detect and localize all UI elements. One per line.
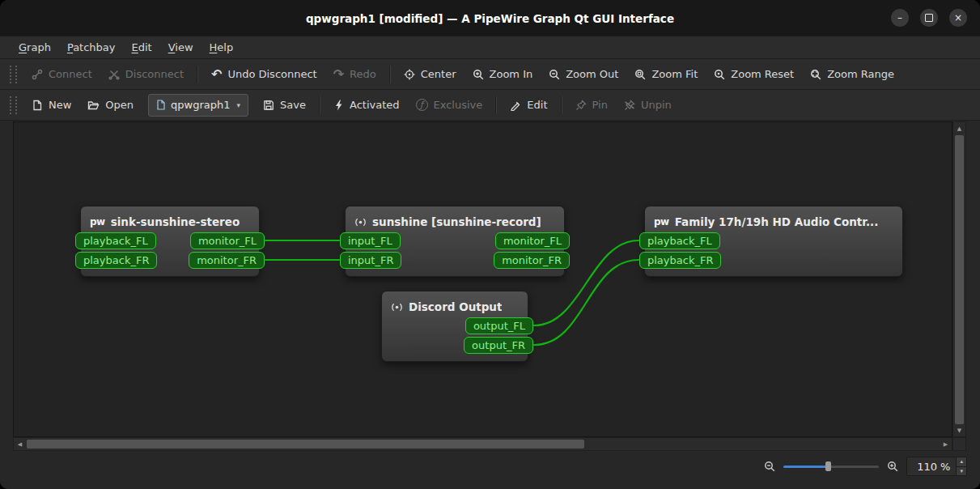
audio-app-icon	[354, 216, 367, 228]
edit-button[interactable]: Edit	[502, 93, 555, 117]
horizontal-scrollbar-thumb[interactable]	[27, 440, 584, 449]
exclusive-icon: ƒ	[416, 99, 428, 111]
toolbar-drag-handle[interactable]	[10, 96, 17, 114]
unpin-button[interactable]: Unpin	[616, 93, 680, 117]
exclusive-button[interactable]: ƒ Exclusive	[408, 93, 491, 117]
titlebar[interactable]: qpwgraph1 [modified] — A PipeWire Graph …	[0, 0, 980, 36]
scroll-up-arrow[interactable]: ▲	[953, 122, 965, 134]
scrollbar-corner	[952, 437, 966, 451]
unpin-icon	[624, 100, 635, 111]
audio-app-icon	[391, 301, 403, 313]
disconnect-button[interactable]: Disconnect	[100, 62, 192, 87]
redo-button[interactable]: ↷ Redo	[325, 62, 384, 87]
port-playback-fl[interactable]: playback_FL	[639, 232, 720, 249]
port-monitor-fr[interactable]: monitor_FR	[189, 252, 265, 269]
zoom-range-button[interactable]: Zoom Range	[802, 62, 902, 87]
window-title: qpwgraph1 [modified] — A PipeWire Graph …	[306, 12, 674, 25]
port-monitor-fl[interactable]: monitor_FL	[495, 232, 570, 249]
patchbay-toolbar: New Open qpwgraph1 ▾ Save Activated ƒ Ex…	[0, 90, 980, 121]
scroll-down-arrow[interactable]: ▼	[953, 424, 965, 436]
node-header: sunshine [sunshine-record]	[346, 211, 564, 232]
close-button[interactable]: ×	[949, 9, 967, 27]
connect-button[interactable]: Connect	[23, 62, 100, 87]
patchbay-file-icon	[156, 100, 166, 110]
zoom-slider-fill	[783, 466, 827, 468]
toolbar-drag-handle[interactable]	[10, 66, 17, 83]
center-button[interactable]: Center	[396, 62, 465, 87]
patchbay-combo[interactable]: qpwgraph1 ▾	[148, 94, 248, 117]
pipewire-icon: pw	[654, 216, 669, 227]
port-output-fr[interactable]: output_FR	[464, 337, 533, 354]
disconnect-icon	[108, 69, 120, 80]
graph-toolbar: Connect Disconnect ↶ Undo Disconnect ↷ R…	[0, 59, 980, 90]
port-input-fl[interactable]: input_FL	[340, 232, 401, 249]
scroll-right-arrow[interactable]: ▶	[940, 438, 952, 450]
node-title: sink-sunshine-stereo	[111, 215, 240, 228]
zoom-slider-handle[interactable]	[825, 461, 831, 471]
node-header: pw Family 17h/19h HD Audio Contr...	[645, 211, 902, 232]
connection-wires	[14, 122, 952, 437]
port-monitor-fl[interactable]: monitor_FL	[190, 232, 265, 249]
spin-up-button[interactable]: ▴	[957, 457, 966, 467]
node-sink-sunshine-stereo[interactable]: pw sink-sunshine-stereo playback_FL play…	[80, 206, 260, 277]
window-controls: – ×	[891, 9, 967, 27]
graph-canvas[interactable]: pw sink-sunshine-stereo playback_FL play…	[13, 121, 952, 437]
zoom-out-button[interactable]: Zoom Out	[541, 62, 626, 87]
new-file-icon	[32, 100, 43, 111]
maximize-button[interactable]	[920, 9, 938, 27]
zoom-spinbox[interactable]: 110 % ▴ ▾	[906, 457, 967, 476]
activated-button[interactable]: Activated	[325, 93, 408, 117]
save-button[interactable]: Save	[255, 93, 314, 117]
vertical-scrollbar-thumb[interactable]	[955, 135, 964, 424]
zoom-slider[interactable]	[783, 460, 879, 473]
toolbar-separator	[495, 96, 497, 114]
pin-icon	[575, 100, 587, 111]
menu-patchbay[interactable]: Patchbay	[60, 39, 123, 56]
redo-icon: ↷	[333, 69, 344, 80]
node-discord-output[interactable]: Discord Output output_FL output_FR	[381, 291, 528, 362]
node-title: Discord Output	[409, 300, 502, 313]
zoom-value[interactable]: 110 %	[907, 457, 956, 475]
patchbay-combo-value: qpwgraph1	[171, 99, 230, 111]
pin-button[interactable]: Pin	[567, 93, 616, 117]
node-title: sunshine [sunshine-record]	[372, 215, 541, 228]
menu-help[interactable]: Help	[202, 39, 241, 56]
undo-disconnect-button[interactable]: ↶ Undo Disconnect	[203, 62, 325, 87]
port-playback-fl[interactable]: playback_FL	[75, 232, 156, 249]
connect-icon	[32, 69, 43, 80]
port-playback-fr[interactable]: playback_FR	[639, 252, 721, 269]
zoom-in-icon[interactable]	[887, 461, 898, 472]
vertical-scrollbar[interactable]: ▲ ▼	[952, 121, 966, 437]
menu-view[interactable]: View	[161, 39, 201, 56]
undo-icon: ↶	[211, 69, 222, 80]
minimize-button[interactable]: –	[891, 9, 909, 27]
menu-graph[interactable]: Graph	[11, 39, 58, 56]
spin-down-button[interactable]: ▾	[957, 467, 966, 476]
new-button[interactable]: New	[23, 93, 79, 117]
port-playback-fr[interactable]: playback_FR	[75, 252, 157, 269]
toolbar-separator	[561, 96, 562, 114]
maximize-icon	[925, 14, 933, 22]
port-input-fr[interactable]: input_FR	[340, 252, 401, 269]
port-output-fl[interactable]: output_FL	[465, 317, 533, 334]
toolbar-separator	[319, 96, 320, 114]
minimize-icon: –	[897, 13, 902, 23]
menubar: Graph Patchbay Edit View Help	[0, 36, 980, 59]
zoom-fit-icon	[634, 69, 646, 80]
node-sunshine-record[interactable]: sunshine [sunshine-record] input_FL inpu…	[345, 206, 565, 277]
node-family-hd-audio[interactable]: pw Family 17h/19h HD Audio Contr... play…	[644, 206, 903, 277]
scroll-left-arrow[interactable]: ◀	[14, 438, 26, 450]
zoom-fit-button[interactable]: Zoom Fit	[626, 62, 706, 87]
zoom-in-icon	[473, 69, 484, 80]
menu-edit[interactable]: Edit	[125, 39, 159, 56]
open-button[interactable]: Open	[79, 93, 142, 117]
zoom-reset-button[interactable]: Zoom Reset	[706, 62, 802, 87]
zoom-out-icon[interactable]	[764, 461, 775, 472]
horizontal-scrollbar[interactable]: ◀ ▶	[13, 437, 952, 451]
toolbar-separator	[389, 66, 391, 83]
edit-icon	[510, 100, 521, 111]
chevron-down-icon: ▾	[237, 101, 241, 109]
app-window: qpwgraph1 [modified] — A PipeWire Graph …	[0, 0, 980, 489]
zoom-in-button[interactable]: Zoom In	[465, 62, 541, 87]
port-monitor-fr[interactable]: monitor_FR	[494, 252, 570, 269]
